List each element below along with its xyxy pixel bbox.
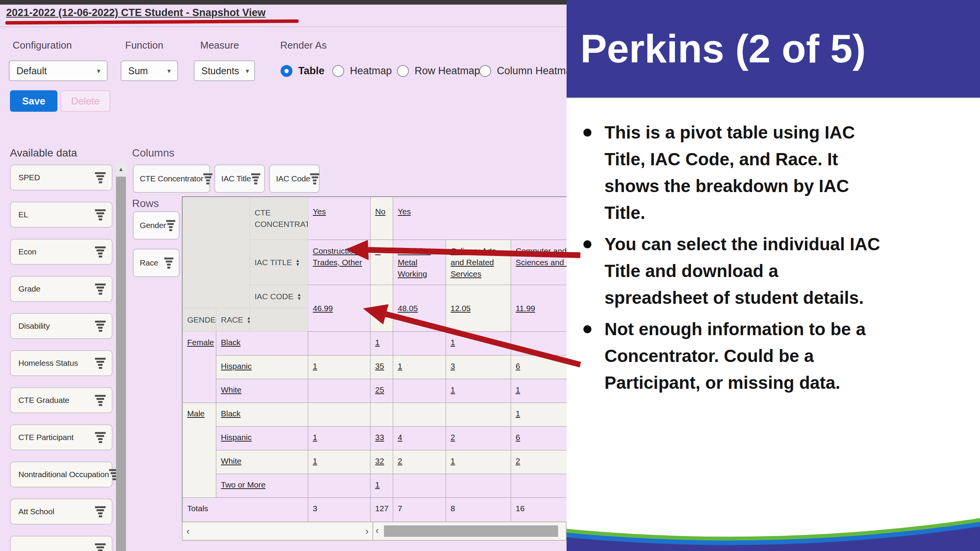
row-chip-race[interactable]: Race [133, 249, 180, 277]
pivot-cell[interactable]: 1 [308, 355, 371, 379]
list-item-cte-graduate[interactable]: CTE Graduate [10, 387, 113, 413]
filter-icon[interactable] [95, 246, 106, 258]
sort-header-iac-title[interactable]: IAC TITLE ▲▼ [250, 240, 308, 285]
sort-header-cte-concentrator[interactable]: CTE CONCENTRATOR ▲▼ [250, 197, 308, 240]
iac-title-header[interactable]: Construction Trades, Other [308, 240, 371, 285]
pivot-cell[interactable]: 32 [371, 450, 393, 474]
pivot-cell[interactable]: 1 [446, 332, 511, 355]
pivot-cell[interactable] [511, 332, 567, 355]
pivot-cell[interactable] [393, 474, 446, 498]
race-row-label[interactable]: Hispanic [216, 355, 308, 379]
filter-icon[interactable] [251, 173, 260, 184]
scroll-right-icon[interactable]: › [365, 525, 369, 537]
filter-icon[interactable] [310, 173, 319, 184]
measure-select[interactable]: Students ▼ [194, 60, 255, 81]
filter-icon[interactable] [203, 173, 212, 184]
scrollbar-thumb[interactable] [384, 525, 558, 537]
pivot-cell[interactable] [393, 403, 446, 427]
iac-title-header[interactable]: Precision Metal Working [393, 240, 446, 285]
render-option-table[interactable]: Table [281, 65, 325, 77]
concentrator-group-header[interactable]: Yes [308, 197, 371, 240]
scrollbar-thumb[interactable] [116, 177, 126, 551]
pivot-cell[interactable]: 35 [371, 355, 393, 379]
race-row-label[interactable]: White [216, 379, 308, 403]
filter-icon[interactable] [95, 506, 106, 517]
gender-row-label[interactable]: Female [183, 332, 216, 403]
pivot-cell[interactable] [511, 474, 567, 498]
data-pane-scrollbar[interactable]: ‹ [373, 522, 567, 541]
pivot-cell[interactable] [446, 403, 511, 427]
race-row-label[interactable]: Two or More [216, 474, 308, 498]
pivot-cell[interactable] [371, 403, 393, 427]
list-item-partial[interactable] [10, 536, 113, 551]
iac-title-header[interactable]: Computer and Info Sciences and Supp Othe… [511, 240, 567, 285]
pivot-cell[interactable]: 1 [308, 427, 371, 450]
gender-row-label[interactable]: Male [183, 403, 216, 498]
concentrator-group-header[interactable]: No [371, 197, 393, 240]
render-option-column-heatmap[interactable]: Column Heatmap [479, 65, 577, 77]
iac-code-header[interactable]: 46.99 [308, 285, 371, 332]
scroll-up-button[interactable]: ▲ [116, 162, 126, 176]
filter-icon[interactable] [95, 284, 106, 295]
configuration-select[interactable]: Default ▼ [9, 60, 108, 81]
race-row-label[interactable]: Hispanic [216, 427, 308, 450]
iac-title-header[interactable]: Culinary Arts and Related Services [446, 240, 511, 285]
sort-header-race[interactable]: RACE ▲▼ [216, 308, 250, 332]
list-item-cte-participant[interactable]: CTE Participant [10, 424, 113, 450]
list-item-sped[interactable]: SPED [10, 165, 113, 191]
pivot-cell[interactable] [393, 332, 446, 355]
pivot-cell[interactable] [308, 403, 371, 427]
pivot-cell[interactable] [308, 474, 371, 498]
list-item-grade[interactable]: Grade [10, 276, 113, 302]
pivot-cell[interactable]: 1 [393, 355, 446, 379]
race-row-label[interactable]: White [216, 450, 308, 474]
iac-code-header[interactable]: 12.05 [446, 285, 511, 332]
concentrator-group-header[interactable]: Yes [393, 197, 567, 240]
iac-title-header[interactable]: -- [371, 240, 393, 285]
pivot-cell[interactable]: 3 [446, 355, 511, 379]
pivot-cell[interactable]: 6 [511, 355, 567, 379]
sort-header-gender[interactable]: GENDER ▲▼ [183, 308, 216, 332]
pivot-cell[interactable] [308, 332, 371, 355]
race-row-label[interactable]: Black [216, 332, 308, 355]
pivot-cell[interactable]: 33 [371, 427, 393, 450]
iac-code-header[interactable]: -- [371, 285, 393, 332]
race-row-label[interactable]: Black [216, 403, 308, 427]
pivot-cell[interactable]: 1 [446, 450, 511, 474]
filter-icon[interactable] [164, 258, 173, 269]
list-item-homeless-status[interactable]: Homeless Status [10, 350, 113, 376]
pivot-cell[interactable]: 4 [393, 427, 446, 450]
iac-code-header[interactable]: 11.99 [511, 285, 567, 332]
frozen-pane-scrollbar[interactable]: ‹ › [182, 522, 373, 541]
snapshot-view-title-link[interactable]: 2021-2022 (12-06-2022) CTE Student - Sna… [6, 7, 266, 19]
render-option-heatmap[interactable]: Heatmap [332, 65, 392, 77]
pivot-cell[interactable]: 1 [371, 332, 393, 355]
available-data-scrollbar[interactable]: ▲ [116, 162, 126, 551]
pivot-cell[interactable]: 6 [511, 427, 567, 450]
column-chip-cte-concentrator[interactable]: CTE Concentrator [133, 165, 210, 193]
render-option-row-heatmap[interactable]: Row Heatmap [397, 65, 480, 77]
list-item-econ[interactable]: Econ [10, 239, 113, 265]
filter-icon[interactable] [95, 172, 106, 183]
list-item-nontraditional-occupation[interactable]: Nontraditional Occupation [10, 461, 113, 487]
pivot-cell[interactable] [308, 379, 371, 403]
list-item-disability[interactable]: Disability [10, 313, 113, 339]
row-chip-gender[interactable]: Gender [133, 211, 180, 240]
pivot-cell[interactable]: 25 [371, 379, 393, 403]
column-chip-iac-title[interactable]: IAC Title [214, 165, 265, 193]
filter-icon[interactable] [95, 321, 106, 332]
filter-icon[interactable] [95, 432, 106, 443]
scroll-left-icon[interactable]: ‹ [376, 525, 379, 536]
save-button[interactable]: Save [10, 90, 57, 112]
scroll-left-icon[interactable]: ‹ [186, 525, 190, 537]
filter-icon[interactable] [95, 395, 106, 406]
list-item-att-school[interactable]: Att School [10, 499, 113, 525]
iac-code-header[interactable]: 48.05 [393, 285, 446, 332]
pivot-cell[interactable]: 1 [371, 474, 393, 498]
pivot-cell[interactable]: 1 [511, 379, 567, 403]
pivot-cell[interactable]: 2 [393, 450, 446, 474]
pivot-cell[interactable] [393, 379, 446, 403]
filter-icon[interactable] [95, 358, 106, 369]
filter-icon[interactable] [166, 220, 175, 231]
pivot-cell[interactable] [446, 474, 511, 498]
